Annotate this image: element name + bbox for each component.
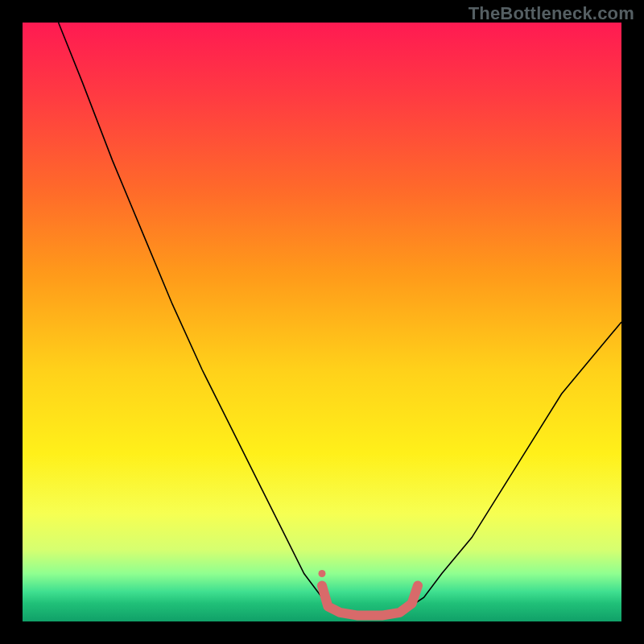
watermark-text: TheBottleneck.com xyxy=(469,3,634,24)
chart-svg xyxy=(23,23,621,621)
bottleneck-curve xyxy=(59,23,621,616)
optimal-start-dot xyxy=(319,570,326,577)
optimal-band-marker xyxy=(322,585,418,615)
